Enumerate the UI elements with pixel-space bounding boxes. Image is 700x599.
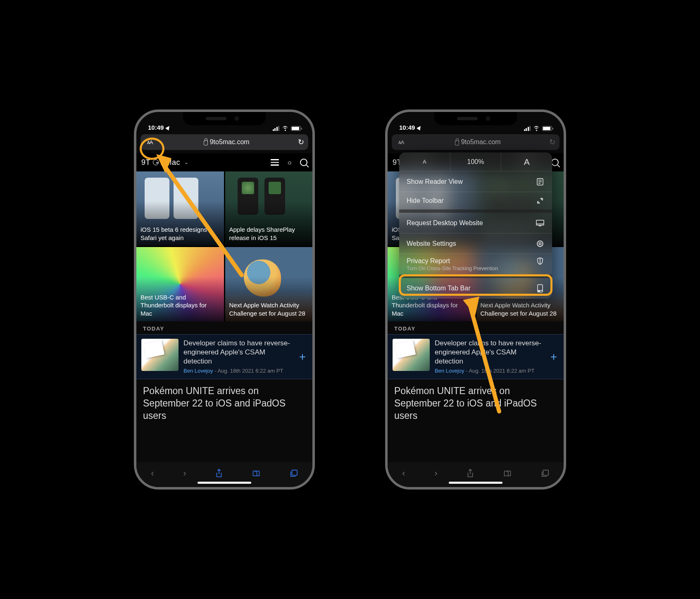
notch (434, 112, 517, 125)
desktop-icon (536, 220, 545, 226)
screen: 10:49 AA 9to5mac.com ↻ 9T5Mac⌄ (388, 112, 564, 487)
home-indicator[interactable] (198, 482, 251, 484)
zoom-level[interactable]: 100% (450, 152, 502, 171)
iphone-frame-right: 10:49 AA 9to5mac.com ↻ 9T5Mac⌄ (385, 109, 566, 490)
wifi-icon (533, 126, 540, 131)
desktop-site-row[interactable]: Request Desktop Website (399, 213, 552, 233)
status-time: 10:49 (148, 124, 164, 131)
expand-arrows-icon (536, 197, 545, 204)
reload-icon[interactable]: ↻ (298, 138, 304, 147)
cellular-icon (273, 126, 280, 131)
story-byline: Ben Lovejoy - Aug. 18th 2021 6:22 am PT (435, 368, 544, 375)
site-header: 9T5Mac⌄ ☼ (136, 153, 312, 171)
aa-popover: A 100% A Show Reader View Hide Toolbar R… (399, 152, 552, 299)
search-icon[interactable] (551, 159, 559, 166)
article-tile[interactable]: Apple delays SharePlay release in iOS 15 (225, 171, 313, 246)
wifi-icon (282, 126, 288, 131)
article-tile[interactable]: iOS 15 beta 6 redesigns Safari yet again (136, 171, 224, 246)
reader-view-row[interactable]: Show Reader View (399, 171, 552, 192)
brightness-icon[interactable]: ☼ (286, 159, 293, 166)
expand-icon[interactable]: + (298, 350, 307, 364)
big-story[interactable]: Pokémon UNITE arrives on September 22 to… (136, 379, 312, 422)
story-thumbnail (393, 339, 430, 371)
search-icon[interactable] (300, 159, 307, 166)
privacy-report-row[interactable]: Privacy Report Turn On Cross-Site Tracki… (399, 254, 552, 278)
article-tile[interactable]: Next Apple Watch Activity Challenge set … (225, 247, 313, 321)
svg-rect-3 (543, 470, 548, 475)
battery-icon (291, 126, 301, 131)
aa-button[interactable]: AA (396, 138, 406, 147)
site-logo[interactable]: 9T5Mac⌄ (141, 158, 189, 167)
today-header: TODAY (136, 321, 312, 334)
battery-icon (542, 126, 552, 131)
cellular-icon (524, 126, 531, 131)
url-bar[interactable]: AA 9to5mac.com ↻ (140, 134, 308, 150)
status-time: 10:49 (399, 124, 415, 131)
svg-rect-0 (292, 470, 297, 475)
location-icon (417, 125, 422, 131)
lock-icon (204, 140, 208, 145)
bookmarks-icon[interactable] (252, 469, 260, 478)
forward-button[interactable]: › (434, 468, 437, 479)
story-thumbnail (141, 339, 179, 371)
home-indicator[interactable] (449, 482, 502, 484)
forward-button[interactable]: › (183, 468, 186, 479)
menu-icon[interactable] (271, 159, 279, 166)
shield-icon (536, 257, 545, 265)
article-grid: iOS 15 beta 6 redesigns Safari yet again… (136, 171, 312, 321)
expand-icon[interactable]: + (549, 350, 559, 364)
author-link[interactable]: Ben Lovejoy (435, 368, 464, 374)
bottom-tab-bar-row[interactable]: Show Bottom Tab Bar (399, 278, 552, 299)
big-story[interactable]: Pokémon UNITE arrives on September 22 to… (388, 379, 564, 422)
back-button[interactable]: ‹ (151, 468, 154, 479)
url-text[interactable]: 9to5mac.com (157, 138, 295, 146)
chevron-down-icon: ⌄ (184, 159, 189, 165)
phone-bottom-icon (536, 284, 545, 292)
tabs-icon[interactable] (541, 469, 549, 478)
featured-story[interactable]: Developer claims to have reverse-enginee… (388, 334, 564, 379)
share-icon[interactable] (215, 469, 223, 478)
zoom-out-button[interactable]: A (399, 152, 450, 171)
location-icon (165, 125, 171, 131)
url-bar[interactable]: AA 9to5mac.com ↻ (392, 134, 560, 150)
tabs-icon[interactable] (290, 469, 298, 478)
reader-icon (536, 178, 545, 185)
privacy-subtext: Turn On Cross-Site Tracking Prevention (407, 266, 545, 271)
svg-rect-8 (536, 220, 544, 225)
svg-point-12 (539, 242, 541, 245)
featured-story[interactable]: Developer claims to have reverse-enginee… (136, 334, 312, 379)
url-text[interactable]: 9to5mac.com (409, 138, 547, 146)
author-link[interactable]: Ben Lovejoy (183, 368, 213, 374)
aa-button[interactable]: AA (145, 138, 155, 147)
lock-icon (455, 140, 459, 145)
bookmarks-icon[interactable] (503, 469, 512, 478)
share-icon[interactable] (467, 469, 474, 478)
svg-rect-15 (538, 291, 540, 292)
iphone-frame-left: 10:49 AA 9to5mac.com ↻ 9T5Mac⌄ (134, 109, 315, 490)
story-headline: Developer claims to have reverse-enginee… (435, 339, 544, 366)
screen: 10:49 AA 9to5mac.com ↻ 9T5Mac⌄ (136, 112, 312, 487)
zoom-in-button[interactable]: A (501, 152, 552, 171)
gear-icon (536, 240, 545, 247)
today-header: TODAY (388, 321, 564, 334)
reload-icon[interactable]: ↻ (549, 138, 555, 147)
article-tile[interactable]: Best USB-C and Thunderbolt displays for … (136, 247, 224, 321)
notch (183, 112, 266, 125)
hide-toolbar-row[interactable]: Hide Toolbar (399, 192, 552, 213)
story-byline: Ben Lovejoy - Aug. 18th 2021 6:22 am PT (183, 368, 293, 375)
back-button[interactable]: ‹ (402, 468, 405, 479)
website-settings-row[interactable]: Website Settings (399, 233, 552, 254)
story-headline: Developer claims to have reverse-enginee… (183, 339, 293, 366)
